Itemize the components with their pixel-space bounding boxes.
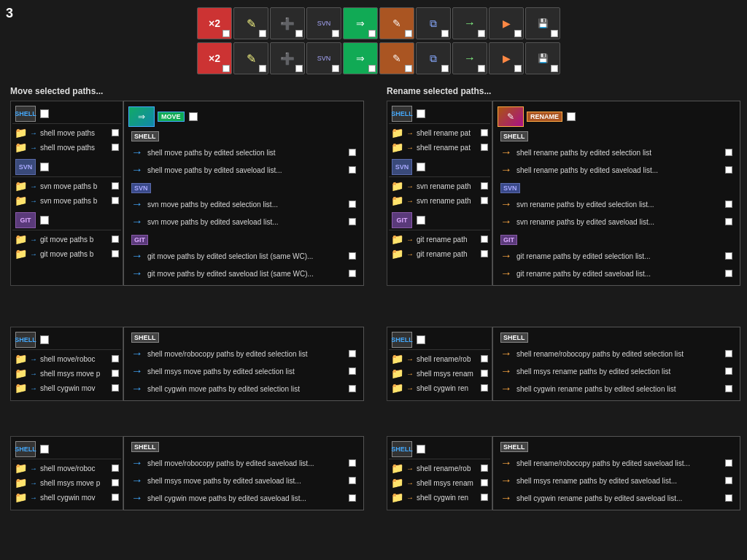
list-item-shell-ren2[interactable]: 📁 → shell rename pat	[389, 140, 490, 155]
list-item-svn-move2[interactable]: 📁 → svn move paths b	[12, 193, 121, 208]
mid-rdd-msys[interactable]: → shell msys rename paths by edited sele…	[493, 362, 740, 380]
tb-move2[interactable]: ⇒	[343, 42, 378, 74]
dd-item-svn-saveload[interactable]: → svn move paths by edited saveload list…	[124, 213, 363, 230]
list-item-svn-ren1[interactable]: 📁 → svn rename path	[389, 179, 490, 193]
tb-svn2[interactable]: SVN	[306, 42, 341, 74]
bot-rdd-cygwin[interactable]: → shell cygwin rename paths by edited sa…	[493, 489, 740, 507]
rdd-check-5[interactable]	[725, 252, 732, 260]
dd-check-1[interactable]	[349, 149, 356, 156]
mid-dd-check-1[interactable]	[349, 350, 356, 357]
tb-arrow2[interactable]: →	[452, 42, 487, 74]
item-check-b2[interactable]	[112, 479, 119, 486]
rdd-check-1[interactable]	[725, 149, 732, 156]
tb-add[interactable]: ➕	[270, 7, 305, 39]
bot-dd-robocopy[interactable]: → shell move/robocopy paths by edited sa…	[124, 454, 363, 472]
tb-move[interactable]: ⇒	[343, 7, 378, 39]
list-item-git-move2[interactable]: 📁 → git move paths b	[12, 246, 121, 261]
list-item-git-move1[interactable]: 📁 → git move paths b	[12, 232, 121, 246]
item-check-br3[interactable]	[481, 494, 488, 501]
dd-item-shell-saveload[interactable]: → shell move paths by edited saveload li…	[124, 161, 363, 179]
item-check-m1[interactable]	[112, 355, 119, 362]
dd-check-5[interactable]	[349, 252, 356, 260]
rdd-check-3[interactable]	[725, 201, 732, 208]
mid-item-cygwin[interactable]: 📁 → shell cygwin mov	[12, 381, 121, 395]
tb-copy[interactable]: ⧉	[416, 7, 451, 39]
tb-video[interactable]: ▶	[489, 7, 524, 39]
bot-rdd-check-2[interactable]	[725, 477, 732, 484]
dd-item-rsvn-selection[interactable]: → svn rename paths by edited selection l…	[493, 195, 740, 213]
item-check-m3[interactable]	[112, 384, 119, 392]
item-check-b1[interactable]	[112, 464, 119, 472]
item-check-m2[interactable]	[112, 370, 119, 377]
rdd-check-4[interactable]	[725, 218, 732, 225]
dd-item-shell-selection[interactable]: → shell move paths by edited selection l…	[124, 144, 363, 161]
bot-dd-check-2[interactable]	[349, 477, 356, 484]
rdd-check-2[interactable]	[725, 166, 732, 174]
bot-dd-check-1[interactable]	[349, 459, 356, 467]
item-check-br2[interactable]	[481, 479, 488, 486]
tb-edit2[interactable]: ✎	[233, 42, 268, 74]
bot-dd-cygwin[interactable]: → shell cygwin move paths by edited save…	[124, 489, 363, 507]
dd-item-rshell-selection[interactable]: → shell rename paths by edited selection…	[493, 144, 740, 161]
item-check-r5[interactable]	[481, 236, 488, 243]
item-check-4[interactable]	[112, 197, 119, 204]
mid-rdd-check-2[interactable]	[725, 368, 732, 375]
git-check-left[interactable]	[40, 216, 49, 225]
item-check-6[interactable]	[112, 250, 119, 257]
dd-check-6[interactable]	[349, 270, 356, 277]
mid-rdd-check-1[interactable]	[725, 350, 732, 357]
dd-item-svn-selection[interactable]: → svn move paths by edited selection lis…	[124, 195, 363, 213]
list-item-svn-ren2[interactable]: 📁 → svn rename path	[389, 193, 490, 208]
bot-shell-check[interactable]	[40, 445, 49, 454]
tb-saveload[interactable]: 💾	[525, 7, 560, 39]
mid-rshell-check[interactable]	[417, 335, 425, 344]
tb-multiply[interactable]: ×2	[197, 7, 232, 39]
mid-item-rrobocopy[interactable]: 📁 → shell rename/rob	[389, 351, 490, 366]
dd-check-4[interactable]	[349, 218, 356, 225]
bot-dd-check-3[interactable]	[349, 494, 356, 502]
tb-edit[interactable]: ✎	[233, 7, 268, 39]
tb-saveload2[interactable]: 💾	[525, 42, 560, 74]
mid-dd-check-3[interactable]	[349, 385, 356, 392]
item-check-r1[interactable]	[481, 129, 488, 136]
item-check-1[interactable]	[112, 129, 119, 136]
dd-check-2[interactable]	[349, 166, 356, 174]
dd-item-git-saveload[interactable]: → git move paths by edited saveload list…	[124, 265, 363, 282]
mid-dd-check-2[interactable]	[349, 368, 356, 375]
mid-item-rcygwin[interactable]: 📁 → shell cygwin ren	[389, 381, 490, 395]
shell-check-right[interactable]	[417, 109, 425, 118]
item-check-r4[interactable]	[481, 197, 488, 204]
dd-item-rshell-saveload[interactable]: → shell rename paths by edited saveload …	[493, 161, 740, 179]
tb-arrow[interactable]: →	[452, 7, 487, 39]
tb-add2[interactable]: ➕	[270, 42, 305, 74]
mid-shell-check[interactable]	[40, 335, 49, 344]
tb-rename2[interactable]: ✎	[379, 42, 414, 74]
mid-rdd-cygwin[interactable]: → shell cygwin rename paths by edited se…	[493, 380, 740, 397]
bot-item-rrobocopy[interactable]: 📁 → shell rename/rob	[389, 461, 490, 475]
tb-multiply2[interactable]: ×2	[197, 42, 232, 74]
item-check-r3[interactable]	[481, 182, 488, 190]
bot-rdd-check-1[interactable]	[725, 459, 732, 467]
dd-item-git-selection[interactable]: → git move paths by edited selection lis…	[124, 247, 363, 265]
bot-item-robocopy[interactable]: 📁 → shell move/roboc	[12, 461, 121, 475]
dd-item-rgit-selection[interactable]: → git rename paths by edited selection l…	[493, 247, 740, 265]
item-check-mr2[interactable]	[481, 370, 488, 377]
mid-dd-robocopy[interactable]: → shell move/robocopy paths by edited se…	[124, 345, 363, 362]
bot-rdd-check-3[interactable]	[725, 494, 732, 502]
item-check-mr1[interactable]	[481, 355, 488, 362]
git-check-right[interactable]	[417, 216, 425, 225]
svn-check-right[interactable]	[417, 163, 425, 171]
bot-rdd-msys[interactable]: → shell msys rename paths by edited save…	[493, 472, 740, 489]
bot-item-rmsys[interactable]: 📁 → shell msys renam	[389, 475, 490, 490]
mid-rdd-check-3[interactable]	[725, 385, 732, 392]
mid-dd-msys[interactable]: → shell msys move paths by edited select…	[124, 362, 363, 380]
bot-dd-msys[interactable]: → shell msys move paths by edited savelo…	[124, 472, 363, 489]
item-check-br1[interactable]	[481, 464, 488, 472]
bot-rdd-robocopy[interactable]: → shell rename/robocopy paths by edited …	[493, 454, 740, 472]
tb-rename[interactable]: ✎	[379, 7, 414, 39]
item-check-5[interactable]	[112, 236, 119, 243]
list-item-shell-ren1[interactable]: 📁 → shell rename pat	[389, 125, 490, 140]
move-hdr-check[interactable]	[189, 112, 198, 121]
item-check-mr3[interactable]	[481, 384, 488, 392]
rename-hdr-check[interactable]	[567, 112, 576, 121]
